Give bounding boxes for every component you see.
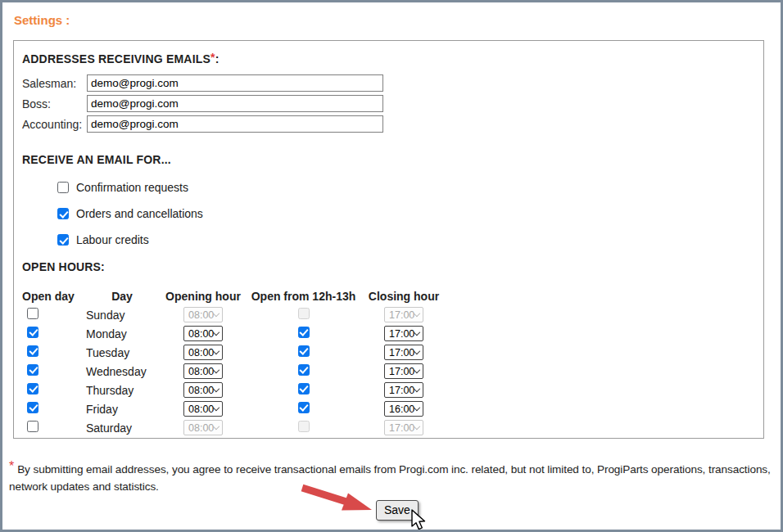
closing-hour-select-tuesday[interactable]: 17:00	[384, 345, 423, 360]
day-label: Wednesday	[86, 365, 158, 378]
open-hours-table: Open day Day Opening hour Open from 12h-…	[22, 286, 755, 437]
accounting-label: Accounting:	[22, 118, 87, 131]
day-label: Saturday	[86, 422, 158, 435]
salesman-label: Salesman:	[22, 77, 87, 90]
open-hours-row-saturday: Saturday 08:00 17:00	[22, 418, 755, 437]
option-confirmation-requests: Confirmation requests	[57, 182, 755, 193]
day-label: Tuesday	[86, 346, 158, 359]
col-header-day: Day	[86, 290, 158, 303]
day-label: Friday	[86, 403, 158, 416]
select-value: 08:00	[188, 366, 214, 377]
open-hours-row-wednesday: Wednesday 08:00 17:00	[22, 362, 755, 381]
open-day-checkbox-thursday[interactable]	[27, 383, 38, 394]
select-value: 17:00	[389, 347, 414, 358]
receive-email-heading: RECEIVE AN EMAIL FOR...	[22, 153, 755, 166]
lunch-checkbox-saturday[interactable]	[298, 421, 310, 432]
select-value: 17:00	[389, 422, 414, 434]
col-header-opening-hour: Opening hour	[158, 290, 248, 303]
col-header-closing-hour: Closing hour	[359, 290, 449, 303]
page-title: Settings :	[14, 13, 70, 27]
lunch-checkbox-monday[interactable]	[298, 327, 310, 338]
open-hours-row-thursday: Thursday 08:00 17:00	[22, 381, 755, 399]
open-day-checkbox-sunday[interactable]	[27, 308, 38, 319]
col-header-open-day: Open day	[22, 290, 86, 303]
open-hours-row-friday: Friday 08:00 16:00	[22, 399, 755, 418]
closing-hour-select-sunday[interactable]: 17:00	[384, 307, 423, 322]
option-labour-credits: Labour credits	[57, 234, 755, 246]
required-asterisk: *	[210, 51, 215, 64]
orders-cancellations-checkbox[interactable]	[57, 208, 69, 219]
opening-hour-select-friday[interactable]: 08:00	[183, 401, 223, 417]
option-label: Orders and cancellations	[76, 207, 203, 220]
lunch-checkbox-sunday[interactable]	[298, 308, 310, 319]
lunch-checkbox-friday[interactable]	[298, 402, 310, 413]
open-hours-row-tuesday: Tuesday 08:00 17:00	[22, 343, 755, 362]
closing-hour-select-thursday[interactable]: 17:00	[384, 382, 423, 398]
footnote-asterisk: *	[9, 459, 14, 473]
day-label: Monday	[86, 327, 158, 340]
opening-hour-select-sunday[interactable]: 08:00	[183, 307, 223, 322]
col-header-lunch: Open from 12h-13h	[248, 290, 359, 303]
addresses-heading-text: ADDRESSES RECEIVING EMAILS	[22, 52, 210, 65]
day-label: Thursday	[86, 384, 158, 397]
select-value: 08:00	[188, 422, 214, 434]
option-orders-cancellations: Orders and cancellations	[57, 208, 755, 219]
open-day-checkbox-friday[interactable]	[27, 402, 38, 413]
opening-hour-select-thursday[interactable]: 08:00	[183, 382, 223, 398]
day-label: Sunday	[86, 309, 158, 322]
accounting-email-input[interactable]	[87, 115, 383, 133]
address-fields: Salesman: Boss: Accounting:	[22, 73, 755, 134]
opening-hour-select-monday[interactable]: 08:00	[183, 326, 223, 341]
closing-hour-select-saturday[interactable]: 17:00	[384, 420, 423, 435]
boss-label: Boss:	[22, 97, 87, 110]
open-day-checkbox-monday[interactable]	[27, 327, 38, 338]
footnote-text: By submitting email addresses, you agree…	[9, 463, 771, 493]
labour-credits-checkbox[interactable]	[57, 234, 69, 246]
opening-hour-select-tuesday[interactable]: 08:00	[183, 345, 223, 360]
consent-footnote: *By submitting email addresses, you agre…	[9, 458, 781, 495]
select-value: 17:00	[389, 328, 414, 340]
open-hours-row-monday: Monday 08:00 17:00	[22, 324, 755, 343]
closing-hour-select-friday[interactable]: 16:00	[384, 401, 423, 417]
accounting-field-row: Accounting:	[22, 114, 755, 134]
email-options: Confirmation requests Orders and cancell…	[22, 182, 755, 246]
option-label: Confirmation requests	[76, 181, 188, 194]
closing-hour-select-wednesday[interactable]: 17:00	[384, 363, 423, 379]
select-value: 08:00	[188, 404, 214, 415]
opening-hour-select-saturday[interactable]: 08:00	[183, 420, 223, 435]
boss-email-input[interactable]	[87, 95, 383, 112]
open-hours-row-sunday: Sunday 08:00 17:00	[22, 305, 755, 324]
select-value: 17:00	[389, 385, 414, 396]
addresses-heading: ADDRESSES RECEIVING EMAILS*:	[22, 52, 755, 65]
opening-hour-select-wednesday[interactable]: 08:00	[183, 363, 223, 379]
lunch-checkbox-tuesday[interactable]	[298, 345, 310, 357]
select-value: 17:00	[389, 309, 414, 321]
closing-hour-select-monday[interactable]: 17:00	[384, 326, 423, 341]
salesman-field-row: Salesman:	[22, 73, 755, 93]
open-day-checkbox-tuesday[interactable]	[27, 345, 38, 357]
addresses-heading-colon: :	[215, 52, 220, 65]
open-day-checkbox-saturday[interactable]	[27, 421, 38, 432]
lunch-checkbox-wednesday[interactable]	[298, 364, 310, 376]
settings-panel: ADDRESSES RECEIVING EMAILS*: Salesman: B…	[13, 40, 764, 439]
select-value: 16:00	[389, 404, 414, 415]
select-value: 08:00	[188, 328, 214, 340]
red-arrow-annotation	[297, 482, 375, 519]
open-hours-heading: OPEN HOURS:	[22, 260, 755, 273]
mouse-cursor-icon	[410, 509, 426, 530]
boss-field-row: Boss:	[22, 93, 755, 114]
option-label: Labour credits	[76, 233, 149, 246]
confirmation-requests-checkbox[interactable]	[57, 182, 69, 193]
open-day-checkbox-wednesday[interactable]	[27, 364, 38, 376]
open-hours-header-row: Open day Day Opening hour Open from 12h-…	[22, 286, 755, 305]
select-value: 17:00	[389, 366, 414, 377]
select-value: 08:00	[188, 347, 214, 358]
salesman-email-input[interactable]	[87, 74, 383, 92]
lunch-checkbox-thursday[interactable]	[298, 383, 310, 394]
select-value: 08:00	[188, 385, 214, 396]
select-value: 08:00	[188, 309, 214, 321]
